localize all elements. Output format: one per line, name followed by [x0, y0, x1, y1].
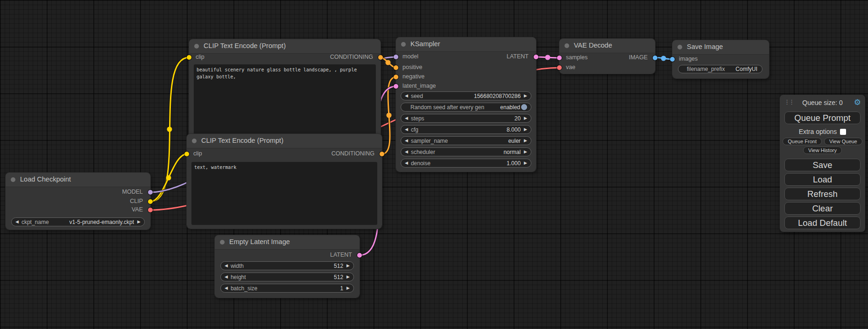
decrement-arrow-icon[interactable]: ◀ — [225, 264, 228, 268]
widget-value: 20 — [515, 115, 521, 122]
input-label-clip: clip — [196, 54, 205, 60]
input-port-vae[interactable] — [557, 65, 562, 70]
output-port-clip[interactable] — [148, 199, 153, 204]
node-empty-latent-image[interactable]: Empty Latent Image LATENT ◀ width 512 ▶ … — [215, 235, 360, 298]
increment-arrow-icon[interactable]: ▶ — [524, 94, 527, 98]
increment-arrow-icon[interactable]: ▶ — [524, 127, 527, 132]
clear-button[interactable]: Clear — [784, 202, 861, 215]
link-dot — [166, 175, 171, 181]
output-label-vae: VAE — [132, 206, 143, 213]
increment-arrow-icon[interactable]: ▶ — [137, 220, 141, 224]
output-label-conditioning: CONDITIONING — [332, 150, 374, 157]
input-port-images[interactable] — [670, 57, 675, 62]
widget-value: 156680208700286 — [474, 93, 521, 99]
node-graph-canvas[interactable]: Load Checkpoint MODEL CLIP VAE ◀ ckpt_na… — [0, 0, 868, 329]
decrement-arrow-icon[interactable]: ◀ — [405, 94, 408, 98]
ckpt-name-widget[interactable]: ◀ ckpt_name v1-5-pruned-emaonly.ckpt ▶ — [11, 217, 145, 226]
output-port-conditioning[interactable] — [380, 152, 384, 156]
view-queue-button[interactable]: View Queue — [824, 138, 862, 145]
widget-label: steps — [411, 115, 424, 122]
save-button[interactable]: Save — [784, 159, 861, 171]
queue-front-button[interactable]: Queue Front — [783, 138, 822, 145]
node-status-dot-icon — [565, 43, 569, 48]
decrement-arrow-icon[interactable]: ◀ — [225, 275, 228, 279]
denoise-widget[interactable]: ◀ denoise 1.000 ▶ — [401, 159, 531, 168]
input-port-model[interactable] — [394, 55, 398, 59]
node-clip-text-encode-negative[interactable]: CLIP Text Encode (Prompt) clip CONDITION… — [187, 134, 382, 229]
node-status-dot-icon — [192, 139, 197, 143]
filename-prefix-widget[interactable]: filename_prefix ComfyUI — [678, 65, 762, 73]
input-port-positive[interactable] — [394, 65, 398, 70]
output-port-image[interactable] — [653, 56, 657, 60]
node-title-bar[interactable]: CLIP Text Encode (Prompt) — [187, 134, 382, 148]
node-title-bar[interactable]: VAE Decode — [559, 39, 655, 53]
input-port-latent-image[interactable] — [394, 84, 398, 89]
width-widget[interactable]: ◀ width 512 ▶ — [220, 261, 354, 270]
load-button[interactable]: Load — [784, 173, 861, 186]
output-port-conditioning[interactable] — [378, 55, 383, 60]
batch-size-widget[interactable]: ◀ batch_size 1 ▶ — [220, 284, 354, 293]
cfg-widget[interactable]: ◀ cfg 8.000 ▶ — [401, 125, 531, 134]
node-title-bar[interactable]: KSampler — [396, 37, 536, 52]
input-port-negative[interactable] — [394, 75, 398, 79]
input-label-samples: samples — [566, 54, 588, 61]
input-port-samples[interactable] — [557, 56, 562, 60]
output-port-latent[interactable] — [534, 55, 538, 59]
widget-label: seed — [411, 93, 423, 99]
steps-widget[interactable]: ◀ steps 20 ▶ — [401, 114, 531, 123]
node-clip-text-encode-positive[interactable]: CLIP Text Encode (Prompt) clip CONDITION… — [189, 39, 381, 140]
increment-arrow-icon[interactable]: ▶ — [346, 264, 350, 268]
node-vae-decode[interactable]: VAE Decode samples vae IMAGE — [559, 39, 655, 74]
increment-arrow-icon[interactable]: ▶ — [524, 139, 527, 143]
refresh-button[interactable]: Refresh — [784, 188, 861, 200]
view-history-button[interactable]: View History — [803, 147, 842, 154]
node-title-bar[interactable]: Load Checkpoint — [6, 173, 150, 187]
node-title: KSampler — [410, 40, 440, 48]
scheduler-widget[interactable]: ◀ scheduler normal ▶ — [401, 147, 531, 156]
decrement-arrow-icon[interactable]: ◀ — [405, 116, 408, 120]
decrement-arrow-icon[interactable]: ◀ — [405, 139, 408, 143]
widget-label: ckpt_name — [21, 219, 49, 225]
input-port-clip[interactable] — [187, 55, 191, 60]
node-load-checkpoint[interactable]: Load Checkpoint MODEL CLIP VAE ◀ ckpt_na… — [6, 173, 150, 230]
output-port-latent[interactable] — [357, 253, 362, 258]
toggle-on-icon[interactable] — [521, 104, 527, 110]
increment-arrow-icon[interactable]: ▶ — [346, 275, 350, 279]
increment-arrow-icon[interactable]: ▶ — [346, 286, 350, 290]
node-ksampler[interactable]: KSampler model positive negative latent_… — [396, 37, 536, 172]
node-title-bar[interactable]: Save Image — [672, 40, 769, 55]
output-label-latent: LATENT — [330, 252, 352, 258]
extra-options-checkbox[interactable] — [840, 129, 846, 135]
gear-icon[interactable]: ⚙ — [854, 98, 861, 107]
input-port-clip[interactable] — [184, 152, 189, 156]
widget-label: scheduler — [411, 149, 435, 155]
seed-widget[interactable]: ◀ seed 156680208700286 ▶ — [401, 91, 531, 100]
output-port-vae[interactable] — [148, 208, 153, 212]
output-label-clip: CLIP — [130, 198, 143, 204]
random-seed-toggle-widget[interactable]: Random seed after every gen enabled — [401, 103, 531, 112]
decrement-arrow-icon[interactable]: ◀ — [405, 150, 408, 154]
height-widget[interactable]: ◀ height 512 ▶ — [220, 273, 354, 281]
input-label-clip: clip — [193, 150, 202, 157]
node-title: Save Image — [687, 43, 723, 50]
increment-arrow-icon[interactable]: ▶ — [524, 116, 527, 120]
load-default-button[interactable]: Load Default — [784, 217, 861, 229]
increment-arrow-icon[interactable]: ▶ — [524, 150, 527, 154]
decrement-arrow-icon[interactable]: ◀ — [15, 220, 19, 224]
node-save-image[interactable]: Save Image images filename_prefix ComfyU… — [672, 40, 769, 78]
prompt-text-area[interactable]: beautiful scenery nature glass bottle la… — [194, 64, 376, 135]
node-title-bar[interactable]: CLIP Text Encode (Prompt) — [189, 39, 381, 54]
node-title-bar[interactable]: Empty Latent Image — [215, 235, 360, 250]
node-title: CLIP Text Encode (Prompt) — [204, 42, 286, 49]
widget-label: height — [231, 274, 246, 280]
node-status-dot-icon — [220, 240, 225, 245]
widget-value: 1 — [340, 285, 343, 292]
sampler-name-widget[interactable]: ◀ sampler_name euler ▶ — [401, 136, 531, 145]
output-port-model[interactable] — [148, 190, 153, 195]
queue-prompt-button[interactable]: Queue Prompt — [784, 112, 861, 124]
increment-arrow-icon[interactable]: ▶ — [524, 161, 527, 165]
prompt-text-area[interactable]: text, watermark — [191, 162, 377, 225]
decrement-arrow-icon[interactable]: ◀ — [405, 127, 408, 132]
decrement-arrow-icon[interactable]: ◀ — [405, 161, 408, 165]
decrement-arrow-icon[interactable]: ◀ — [225, 286, 228, 290]
